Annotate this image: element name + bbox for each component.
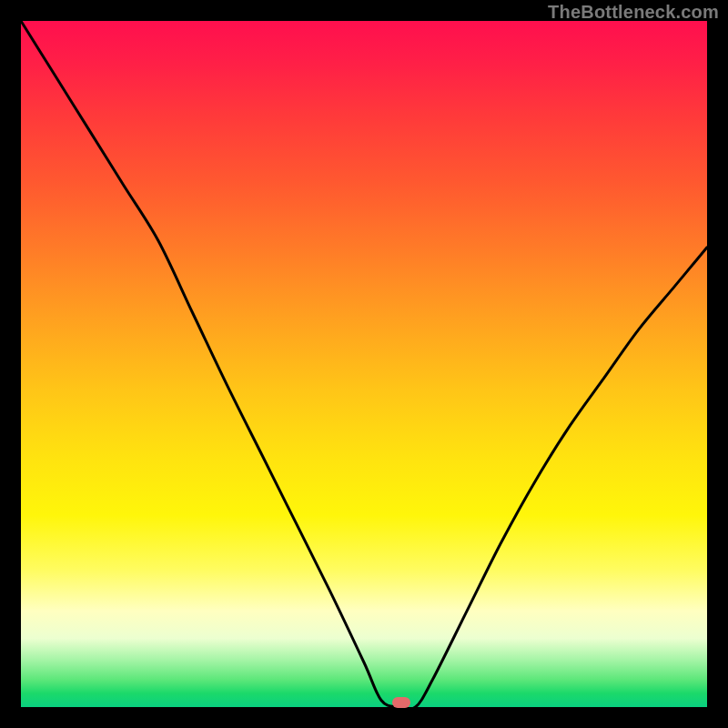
watermark-text: TheBottleneck.com: [548, 2, 719, 23]
plot-area: [21, 21, 707, 707]
optimal-point-marker: [392, 697, 410, 708]
chart-frame: TheBottleneck.com: [0, 0, 728, 728]
bottleneck-curve: [21, 21, 707, 707]
